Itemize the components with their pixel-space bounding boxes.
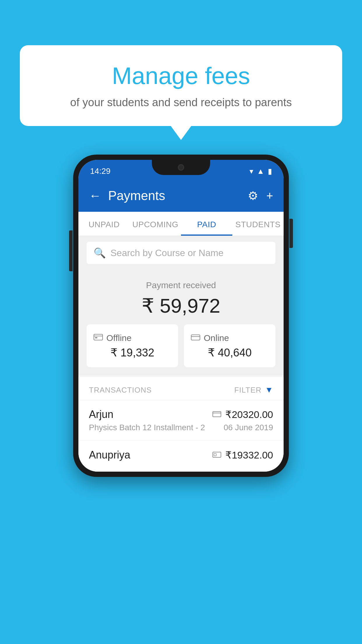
speech-bubble: Manage fees of your students and send re… <box>20 45 342 126</box>
payment-label: Payment received <box>87 280 275 290</box>
offline-label: Offline <box>106 333 131 343</box>
transaction-name-1: Arjun <box>89 408 113 421</box>
filter-label: FILTER <box>234 386 262 395</box>
payment-total-amount: ₹ 59,972 <box>87 294 275 317</box>
payment-received-section: Payment received ₹ 59,972 <box>78 270 284 375</box>
filter-container[interactable]: FILTER ▼ <box>234 385 273 395</box>
speech-bubble-container: Manage fees of your students and send re… <box>20 45 342 126</box>
tab-upcoming[interactable]: UPCOMING <box>130 212 181 236</box>
filter-icon: ▼ <box>265 385 273 395</box>
battery-icon: ▮ <box>268 167 272 176</box>
app-header: ← Payments ⚙ + <box>78 180 284 212</box>
transaction-top-2: Anupriya ₹19332.00 <box>89 449 273 461</box>
transactions-label: TRANSACTIONS <box>89 386 152 395</box>
transaction-name-2: Anupriya <box>89 449 130 461</box>
wifi-icon: ▾ <box>249 167 253 176</box>
transaction-row-1[interactable]: Arjun ₹20320.00 Physics Batch 12 Install… <box>78 400 284 440</box>
cash-icon-2 <box>212 450 221 460</box>
tabs-container: UNPAID UPCOMING PAID STUDENTS <box>78 212 284 236</box>
offline-amount: ₹ 19,332 <box>94 346 171 359</box>
bubble-title: Manage fees <box>40 63 322 89</box>
payment-cards: Offline ₹ 19,332 Online <box>87 324 275 367</box>
signal-icon: ▲ <box>257 167 264 176</box>
tab-unpaid[interactable]: UNPAID <box>78 212 130 236</box>
search-bar[interactable]: 🔍 Search by Course or Name <box>87 242 275 264</box>
phone-outer: 14:29 ▾ ▲ ▮ ← Payments ⚙ + UNPAID <box>73 155 289 477</box>
transaction-amount-1: ₹20320.00 <box>225 409 273 420</box>
back-button[interactable]: ← <box>89 189 101 203</box>
svg-rect-3 <box>191 335 200 340</box>
svg-rect-2 <box>95 337 97 338</box>
transaction-row-2[interactable]: Anupriya ₹19332.00 <box>78 440 284 472</box>
transaction-amount-2: ₹19332.00 <box>225 449 273 461</box>
status-time: 14:29 <box>90 167 110 176</box>
bubble-subtitle: of your students and send receipts to pa… <box>40 95 322 110</box>
svg-rect-0 <box>94 334 103 340</box>
card-icon-1 <box>212 410 221 419</box>
phone-inner: 14:29 ▾ ▲ ▮ ← Payments ⚙ + UNPAID <box>78 160 284 472</box>
online-amount: ₹ 40,640 <box>191 346 268 359</box>
phone-mockup: 14:29 ▾ ▲ ▮ ← Payments ⚙ + UNPAID <box>73 155 289 477</box>
transaction-right-2: ₹19332.00 <box>212 449 273 461</box>
svg-rect-5 <box>213 412 221 417</box>
search-icon: 🔍 <box>94 247 106 259</box>
notch <box>152 160 210 175</box>
search-container: 🔍 Search by Course or Name <box>78 236 284 270</box>
transaction-right-1: ₹20320.00 <box>212 409 273 420</box>
svg-rect-8 <box>214 454 216 456</box>
header-icons: ⚙ + <box>248 189 273 202</box>
tab-students[interactable]: STUDENTS <box>232 212 284 236</box>
offline-card-header: Offline <box>94 332 171 343</box>
offline-icon <box>94 332 103 343</box>
transaction-bottom-1: Physics Batch 12 Installment - 2 06 June… <box>89 423 273 432</box>
settings-icon[interactable]: ⚙ <box>248 189 258 202</box>
online-label: Online <box>204 333 229 343</box>
transaction-date-1: 06 June 2019 <box>224 423 273 432</box>
page-title: Payments <box>108 188 241 203</box>
online-icon <box>191 332 200 343</box>
online-card-header: Online <box>191 332 268 343</box>
transaction-desc-1: Physics Batch 12 Installment - 2 <box>89 423 205 432</box>
camera <box>178 164 184 171</box>
transactions-header: TRANSACTIONS FILTER ▼ <box>78 377 284 400</box>
online-card: Online ₹ 40,640 <box>184 324 275 367</box>
offline-card: Offline ₹ 19,332 <box>87 324 178 367</box>
add-icon[interactable]: + <box>266 189 273 202</box>
search-input[interactable]: Search by Course or Name <box>110 248 224 258</box>
status-icons: ▾ ▲ ▮ <box>249 167 272 176</box>
tab-paid[interactable]: PAID <box>181 212 232 236</box>
transaction-top-1: Arjun ₹20320.00 <box>89 408 273 421</box>
